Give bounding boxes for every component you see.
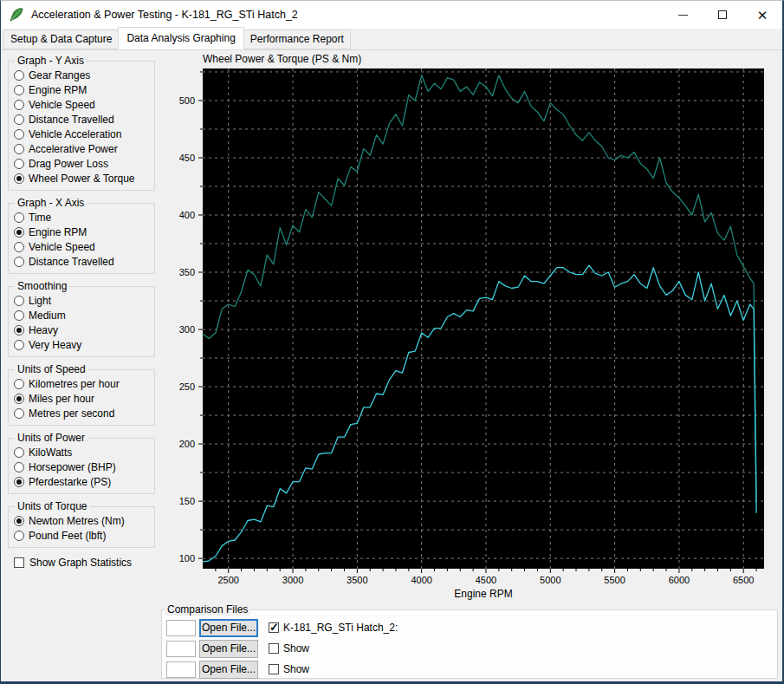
radio-label: Engine RPM [29, 226, 87, 238]
radio-button[interactable] [14, 531, 24, 541]
group-graph-y-axis: Graph - Y AxisGear RangesEngine RPMVehic… [8, 55, 155, 191]
open-file-button[interactable]: Open File... [199, 640, 258, 658]
chart-panel: Wheel Power & Torque (PS & Nm)1001502002… [161, 52, 778, 603]
radio-button[interactable] [14, 257, 24, 267]
group-units-of-speed: Units of SpeedKilometres per hourMiles p… [8, 363, 155, 426]
radio-button[interactable] [14, 144, 24, 154]
plot-area [203, 68, 764, 569]
radio-option-newton-metres-nm[interactable]: Newton Metres (Nm) [14, 513, 149, 528]
group-graph-x-axis: Graph - X AxisTimeEngine RPMVehicle Spee… [8, 197, 155, 274]
radio-option-distance-travelled[interactable]: Distance Travelled [14, 254, 149, 269]
radio-option-wheel-power-torque[interactable]: Wheel Power & Torque [14, 171, 149, 186]
file-path-field[interactable] [166, 641, 196, 657]
radio-button[interactable] [14, 85, 24, 95]
y-tick-label: 350 [179, 267, 195, 277]
radio-button[interactable] [14, 227, 24, 238]
radio-label: Distance Travelled [29, 114, 114, 126]
x-tick-label: 5000 [540, 575, 560, 585]
radio-option-accelerative-power[interactable]: Accelerative Power [14, 141, 149, 156]
radio-label: Heavy [29, 324, 58, 336]
x-tick-label: 6000 [669, 575, 690, 585]
statistics-checkbox[interactable] [14, 557, 24, 568]
radio-button[interactable] [14, 394, 24, 404]
radio-button[interactable] [14, 447, 24, 458]
radio-option-drag-power-loss[interactable]: Drag Power Loss [14, 156, 149, 171]
close-button[interactable]: ✕ [742, 1, 782, 29]
show-file-label: Show [283, 642, 309, 655]
radio-option-kilometres-per-hour[interactable]: Kilometres per hour [14, 376, 149, 391]
radio-option-pound-feet-lbft[interactable]: Pound Feet (lbft) [14, 528, 149, 543]
show-file-checkbox[interactable] [269, 664, 279, 674]
radio-option-heavy[interactable]: Heavy [14, 322, 149, 337]
comparison-files-title: Comparison Files [165, 603, 250, 616]
y-tick-label: 250 [179, 381, 195, 392]
radio-label: Metres per second [29, 407, 114, 420]
radio-button[interactable] [14, 477, 24, 487]
tab-performance-report[interactable]: Performance Report [243, 29, 351, 49]
open-file-button[interactable]: Open File... [199, 661, 258, 679]
radio-button[interactable] [14, 129, 24, 140]
window-controls: ✕ [663, 1, 782, 29]
x-tick-label: 2500 [217, 575, 238, 585]
comparison-row: Open File...Show [164, 659, 772, 680]
radio-label: Newton Metres (Nm) [29, 515, 125, 527]
radio-option-vehicle-acceleration[interactable]: Vehicle Acceleration [14, 127, 149, 141]
radio-option-kilowatts[interactable]: KiloWatts [14, 445, 149, 459]
radio-button[interactable] [14, 379, 24, 389]
group-title: Graph - X Axis [15, 197, 87, 209]
minimize-button[interactable] [663, 1, 703, 29]
radio-button[interactable] [14, 340, 24, 350]
radio-option-metres-per-second[interactable]: Metres per second [14, 406, 149, 420]
radio-button[interactable] [14, 173, 24, 184]
radio-button[interactable] [14, 242, 24, 252]
file-path-field[interactable] [166, 661, 196, 678]
maximize-button[interactable] [703, 1, 742, 29]
radio-option-gear-ranges[interactable]: Gear Ranges [14, 68, 149, 82]
radio-button[interactable] [14, 159, 24, 169]
radio-option-distance-travelled[interactable]: Distance Travelled [14, 112, 149, 127]
show-file-checkbox[interactable] [269, 622, 279, 633]
x-tick-label: 3000 [282, 575, 303, 585]
radio-option-vehicle-speed[interactable]: Vehicle Speed [14, 97, 149, 112]
radio-button[interactable] [14, 296, 24, 306]
radio-option-time[interactable]: Time [14, 210, 149, 225]
radio-button[interactable] [14, 516, 24, 526]
radio-button[interactable] [14, 310, 24, 321]
minimize-icon [678, 15, 688, 16]
radio-label: Gear Ranges [29, 69, 90, 81]
y-tick-label: 500 [179, 95, 195, 106]
open-file-button[interactable]: Open File... [199, 619, 258, 637]
group-title: Units of Torque [15, 500, 90, 512]
group-title: Graph - Y Axis [15, 55, 87, 67]
titlebar: Acceleration & Power Testing - K-181_RG_… [1, 1, 782, 29]
y-tick-label: 300 [179, 324, 195, 335]
radio-button[interactable] [14, 325, 24, 335]
radio-option-very-heavy[interactable]: Very Heavy [14, 337, 149, 352]
radio-button[interactable] [14, 462, 24, 472]
radio-label: Vehicle Speed [29, 241, 95, 253]
radio-option-pferdestarke-ps[interactable]: Pferdestarke (PS) [14, 474, 149, 489]
radio-label: Vehicle Speed [29, 99, 95, 111]
radio-option-vehicle-speed[interactable]: Vehicle Speed [14, 239, 149, 254]
radio-button[interactable] [14, 114, 24, 125]
radio-button[interactable] [14, 212, 24, 223]
radio-option-light[interactable]: Light [14, 293, 149, 308]
show-file-checkbox[interactable] [269, 643, 279, 654]
radio-button[interactable] [14, 100, 24, 110]
radio-option-medium[interactable]: Medium [14, 308, 149, 322]
radio-option-horsepower-bhp[interactable]: Horsepower (BHP) [14, 459, 149, 474]
radio-label: Accelerative Power [29, 143, 118, 155]
radio-option-miles-per-hour[interactable]: Miles per hour [14, 391, 149, 406]
radio-label: Wheel Power & Torque [29, 173, 135, 185]
x-tick-label: 4500 [476, 575, 496, 585]
group-units-of-torque: Units of TorqueNewton Metres (Nm)Pound F… [8, 500, 155, 548]
show-graph-statistics-option[interactable]: Show Graph Statistics [14, 557, 155, 569]
radio-button[interactable] [14, 408, 24, 419]
radio-option-engine-rpm[interactable]: Engine RPM [14, 82, 149, 97]
file-path-field[interactable] [166, 620, 196, 636]
tab-data-analysis-graphing[interactable]: Data Analysis Graphing [118, 27, 243, 49]
x-tick-label: 6500 [733, 575, 754, 585]
tab-setup-data-capture[interactable]: Setup & Data Capture [3, 29, 119, 49]
radio-button[interactable] [14, 70, 24, 81]
radio-option-engine-rpm[interactable]: Engine RPM [14, 225, 149, 239]
